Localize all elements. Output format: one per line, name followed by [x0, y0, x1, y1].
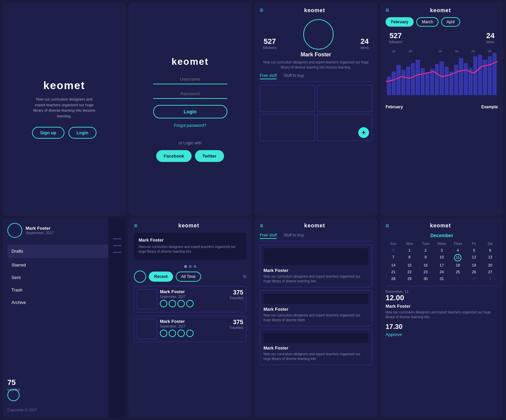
forgot-password-link[interactable]: Forgot password?: [174, 123, 206, 128]
add-button[interactable]: +: [358, 127, 369, 138]
cards-menu-icon[interactable]: ≡: [134, 222, 138, 229]
drafts-label: Drafts: [11, 249, 23, 254]
cal-day[interactable]: 19: [466, 262, 482, 268]
cal-day[interactable]: 13: [482, 254, 498, 261]
trash-label: Trash: [11, 287, 23, 292]
cal-day[interactable]: 5: [466, 247, 482, 253]
cal-day[interactable]: 2: [418, 247, 433, 253]
alltime-tab-btn[interactable]: All Time: [176, 272, 201, 282]
cal-day-today[interactable]: 11: [450, 254, 466, 261]
list-item: Mark Foster September, 2017 375 Travelle…: [134, 286, 246, 312]
feed-card3-desc: Now our curriculum designers and expert …: [263, 352, 368, 361]
cards-header-title: keomet: [178, 223, 199, 229]
cal-day[interactable]: 2: [466, 276, 482, 282]
chart-footer-left: February: [386, 105, 403, 109]
sidebar-user-date: September, 2017: [26, 231, 54, 235]
month-apr-tab[interactable]: April: [441, 17, 460, 27]
cal-day[interactable]: 28: [386, 276, 401, 282]
cal-day[interactable]: 27: [482, 269, 498, 275]
event-time: 12.00: [386, 293, 498, 302]
sidebar-item-trash[interactable]: Trash: [7, 284, 121, 296]
list-item: Mark Foster September, 2017 375 Travelle…: [134, 316, 246, 342]
cal-day[interactable]: 23: [418, 269, 433, 275]
card2-avatars: [160, 330, 227, 337]
cal-day[interactable]: 18: [450, 262, 466, 268]
cal-day[interactable]: 25: [450, 269, 466, 275]
cal-day[interactable]: 6: [482, 247, 498, 253]
profile-name: Mark Foster: [260, 52, 372, 58]
password-input[interactable]: [153, 89, 227, 99]
profile-avatar: [303, 19, 334, 50]
card2-name: Mark Foster: [160, 319, 227, 324]
cal-day[interactable]: 24: [434, 269, 450, 275]
feed-tab-buy[interactable]: Stuff to buy: [283, 233, 304, 239]
chart-footer-right: Example: [481, 105, 498, 109]
event-approve[interactable]: Approve: [386, 332, 498, 337]
cal-day[interactable]: 16: [418, 262, 433, 268]
cal-day[interactable]: 15: [402, 262, 417, 268]
card1-name: Mark Foster: [160, 289, 227, 294]
facebook-button[interactable]: Facebook: [156, 150, 192, 162]
sidebar-item-archive[interactable]: Archive: [7, 297, 121, 308]
cal-day[interactable]: 1: [450, 276, 466, 282]
login-submit-button[interactable]: Login: [153, 105, 227, 118]
twitter-button[interactable]: Twitter: [195, 150, 224, 162]
cal-day[interactable]: 7: [386, 254, 401, 261]
user-avatar: [7, 223, 22, 238]
cal-header-tues: Tues: [418, 241, 433, 247]
cal-day[interactable]: 8: [402, 254, 417, 261]
feed-tab-free[interactable]: Free stuff: [260, 233, 277, 239]
feed-menu-icon[interactable]: ≡: [260, 222, 263, 229]
profile-card-area: Mark Foster Now our curriculum designers…: [134, 233, 246, 260]
card2-num: 375: [229, 319, 243, 326]
tab-buy[interactable]: Stuff to buy: [283, 73, 304, 79]
cal-day[interactable]: 31: [386, 247, 401, 253]
filter-icon[interactable]: ≡: [243, 274, 246, 280]
username-input[interactable]: [153, 75, 227, 84]
sidebar-right-panel: [108, 218, 126, 418]
cal-day[interactable]: 4: [450, 247, 466, 253]
cal-day[interactable]: 22: [402, 269, 417, 275]
card-thumb-2: [137, 319, 157, 339]
grid-cell-3: [260, 114, 315, 141]
cal-menu-icon[interactable]: ≡: [386, 222, 389, 229]
cal-day[interactable]: 17: [434, 262, 450, 268]
feed-card-1: Mark Foster Now our curriculum designers…: [260, 245, 372, 287]
cal-day[interactable]: 9: [418, 254, 433, 261]
month-feb-tab[interactable]: February: [386, 17, 414, 27]
grid-cell-2: [317, 85, 372, 112]
followers-count: 527: [263, 37, 276, 46]
cal-day[interactable]: 14: [386, 262, 401, 268]
cal-day[interactable]: 21: [386, 269, 401, 275]
menu-icon[interactable]: ≡: [260, 7, 263, 14]
sidebar-item-sent[interactable]: Sent: [7, 272, 121, 283]
cal-day[interactable]: 12: [466, 254, 482, 261]
sidebar-item-starred[interactable]: Starred: [7, 259, 121, 271]
cal-day[interactable]: 1: [402, 247, 417, 253]
signup-button[interactable]: Sign up: [32, 127, 64, 139]
recent-tab-btn[interactable]: Recent: [149, 272, 173, 282]
login-button[interactable]: Login: [68, 127, 96, 139]
cal-day[interactable]: 30: [418, 276, 433, 282]
cal-day[interactable]: 31: [434, 276, 450, 282]
screen-cards: ≡ keomet Mark Foster Now our curriculum …: [129, 218, 252, 418]
sidebar-item-drafts[interactable]: Drafts 5: [7, 245, 121, 258]
items-label: items: [361, 46, 369, 50]
cal-day[interactable]: 20: [482, 262, 498, 268]
month-mar-tab[interactable]: March: [416, 17, 438, 27]
cal-day[interactable]: 3: [482, 276, 498, 282]
card1-avatars: [160, 300, 227, 307]
chart-header-title: keomet: [430, 7, 451, 13]
chart-menu-icon[interactable]: ≡: [386, 7, 389, 14]
cal-header-sun: Sun: [386, 241, 401, 247]
cal-day[interactable]: 3: [434, 247, 450, 253]
tab-free[interactable]: Free stuff: [260, 73, 277, 79]
cal-day[interactable]: 26: [466, 269, 482, 275]
sidebar-menu: Drafts 5 Starred Sent Trash Archive: [7, 245, 121, 309]
dot-1: [189, 265, 192, 268]
chart-items-label: items: [486, 40, 495, 44]
card-profile-desc: Now our curriculum designers and expert …: [139, 245, 242, 254]
cal-day[interactable]: 29: [402, 276, 417, 282]
screen-chart: ≡ keomet February March April 527 follow…: [380, 3, 503, 216]
cal-day[interactable]: 10: [434, 254, 450, 261]
